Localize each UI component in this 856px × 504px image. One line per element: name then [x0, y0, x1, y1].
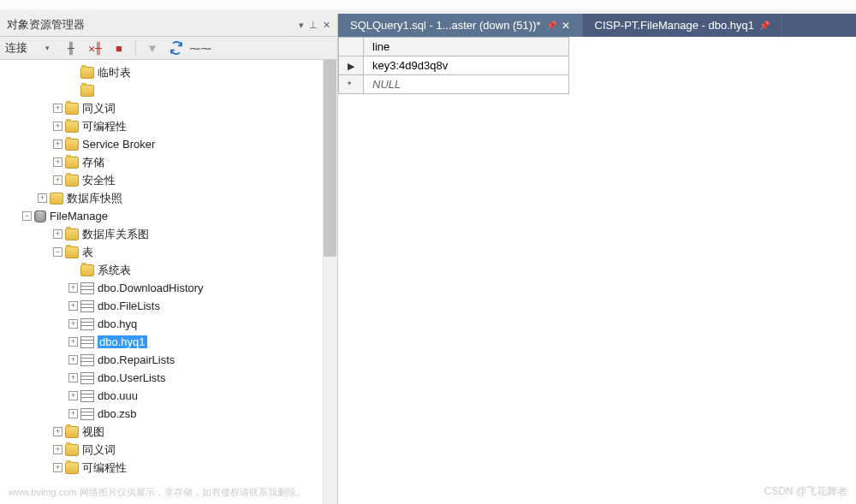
- folder-icon: [65, 444, 79, 456]
- tree-node[interactable]: +dbo.zsb: [0, 405, 337, 423]
- close-icon[interactable]: ✕: [323, 20, 330, 31]
- tree-node-label: dbo.hyq1: [98, 335, 147, 348]
- folder-icon: [65, 426, 79, 438]
- tree-node[interactable]: +视图: [0, 423, 337, 441]
- expand-icon[interactable]: +: [38, 193, 47, 203]
- expand-icon[interactable]: +: [68, 319, 78, 329]
- disconnect-icon[interactable]: ✕╫: [87, 40, 103, 56]
- tree-view[interactable]: 临时表+同义词+可编程性+Service Broker+存储+安全性+数据库快照…: [0, 60, 337, 504]
- separator: [135, 40, 136, 56]
- pin-icon[interactable]: 📌: [759, 21, 770, 30]
- folder-icon: [80, 85, 94, 97]
- row-header[interactable]: ▶: [339, 56, 364, 75]
- tree-node[interactable]: +dbo.FileLists: [0, 297, 337, 315]
- expand-icon[interactable]: +: [53, 427, 62, 436]
- snapshot-icon: [50, 193, 63, 205]
- dropdown-icon[interactable]: ▾: [299, 20, 304, 31]
- tree-node[interactable]: +同义词: [0, 99, 337, 117]
- tree-node[interactable]: +dbo.uuu: [0, 387, 337, 405]
- dropdown-icon[interactable]: ▾: [39, 40, 55, 56]
- tree-node-label: Service Broker: [82, 138, 155, 151]
- tree-node[interactable]: +dbo.hyq1: [0, 333, 337, 351]
- table-row[interactable]: ▶key3:4d9d3q8v: [339, 56, 569, 75]
- document-tab[interactable]: SQLQuery1.sql - 1...aster (down (51))*📌✕: [338, 14, 583, 37]
- tree-node[interactable]: +存储: [0, 153, 337, 171]
- expand-icon[interactable]: +: [68, 409, 78, 418]
- results-grid-area: line ▶key3:4d9d3q8v*NULL: [338, 37, 856, 504]
- column-header[interactable]: line: [364, 38, 569, 56]
- table-icon: [80, 372, 94, 384]
- tree-node[interactable]: +dbo.DownloadHistory: [0, 279, 337, 297]
- table-row[interactable]: *NULL: [339, 75, 569, 94]
- document-area: SQLQuery1.sql - 1...aster (down (51))*📌✕…: [338, 14, 856, 504]
- tree-node-label: 系统表: [98, 263, 131, 278]
- connect-label[interactable]: 连接: [5, 40, 27, 56]
- table-icon: [80, 318, 94, 330]
- expand-icon[interactable]: +: [68, 373, 78, 382]
- expand-icon[interactable]: +: [68, 337, 78, 347]
- folder-icon: [65, 103, 79, 115]
- tree-node-label: FileManage: [50, 210, 108, 222]
- collapse-icon[interactable]: −: [53, 247, 62, 257]
- table-icon: [80, 390, 94, 402]
- tree-node[interactable]: +可编程性: [0, 459, 337, 477]
- expand-icon[interactable]: +: [53, 139, 62, 149]
- stop-icon[interactable]: ■: [111, 40, 127, 56]
- tree-node-label: 同义词: [82, 101, 116, 116]
- refresh-icon[interactable]: [169, 40, 184, 56]
- tree-node[interactable]: −表: [0, 243, 337, 261]
- tree-node[interactable]: +dbo.RepairLists: [0, 351, 337, 369]
- expander-spacer: [68, 68, 78, 77]
- folder-icon: [65, 121, 79, 133]
- tree-node[interactable]: +数据库快照: [0, 189, 337, 207]
- tree-node[interactable]: +同义词: [0, 441, 337, 459]
- pin-icon[interactable]: ⊥: [309, 20, 318, 31]
- results-grid[interactable]: line ▶key3:4d9d3q8v*NULL: [338, 37, 569, 94]
- tree-node-label: 存储: [82, 155, 104, 170]
- expand-icon[interactable]: +: [53, 463, 62, 472]
- tab-label: CISP-PT.FileManage - dbo.hyq1: [595, 19, 754, 32]
- scrollbar-thumb[interactable]: [324, 60, 336, 257]
- toolbar: 连接 ▾ ╫ ✕╫ ■ ▼ ⁓⁓: [0, 37, 337, 60]
- row-header[interactable]: *: [339, 75, 364, 94]
- activity-icon[interactable]: ⁓⁓: [193, 40, 208, 56]
- tree-node[interactable]: −FileManage: [0, 207, 337, 225]
- scrollbar[interactable]: [323, 60, 337, 504]
- folder-icon: [65, 246, 79, 258]
- tab-bar: SQLQuery1.sql - 1...aster (down (51))*📌✕…: [338, 14, 856, 37]
- expand-icon[interactable]: +: [53, 445, 62, 454]
- folder-icon: [65, 157, 79, 169]
- document-tab[interactable]: CISP-PT.FileManage - dbo.hyq1📌: [583, 14, 782, 37]
- connect-icon[interactable]: ╫: [63, 40, 79, 56]
- panel-header: 对象资源管理器 ▾ ⊥ ✕: [0, 14, 337, 37]
- close-icon[interactable]: ✕: [562, 20, 570, 32]
- collapse-icon[interactable]: −: [22, 211, 32, 221]
- tree-node[interactable]: +dbo.UserLists: [0, 369, 337, 387]
- expand-icon[interactable]: +: [53, 122, 62, 131]
- expand-icon[interactable]: +: [68, 391, 78, 400]
- expand-icon[interactable]: +: [68, 355, 78, 365]
- expand-icon[interactable]: +: [68, 301, 78, 311]
- tree-node[interactable]: 系统表: [0, 261, 337, 279]
- tree-node[interactable]: +Service Broker: [0, 135, 337, 153]
- table-icon: [80, 354, 94, 366]
- expand-icon[interactable]: +: [53, 229, 62, 239]
- expand-icon[interactable]: +: [53, 175, 62, 185]
- tree-node-label: dbo.uuu: [98, 389, 138, 402]
- pin-icon[interactable]: 📌: [546, 21, 556, 30]
- expand-icon[interactable]: +: [53, 104, 62, 113]
- grid-cell[interactable]: NULL: [364, 75, 569, 94]
- tree-node[interactable]: +可编程性: [0, 117, 337, 135]
- tree-node-label: 可编程性: [82, 460, 127, 476]
- tree-node[interactable]: +安全性: [0, 171, 337, 189]
- tree-node[interactable]: +数据库关系图: [0, 225, 337, 243]
- tree-node[interactable]: 临时表: [0, 63, 337, 81]
- filter-icon[interactable]: ▼: [145, 40, 160, 56]
- tree-node[interactable]: [0, 81, 337, 99]
- grid-cell[interactable]: key3:4d9d3q8v: [364, 56, 569, 75]
- table-icon: [80, 300, 94, 312]
- expand-icon[interactable]: +: [68, 283, 78, 293]
- expand-icon[interactable]: +: [53, 157, 62, 167]
- tree-node[interactable]: +dbo.hyq: [0, 315, 337, 333]
- watermark-left: www.bvimg.com 网络图片仅供展示，非存储，如有侵权请联系我删除。: [9, 486, 306, 499]
